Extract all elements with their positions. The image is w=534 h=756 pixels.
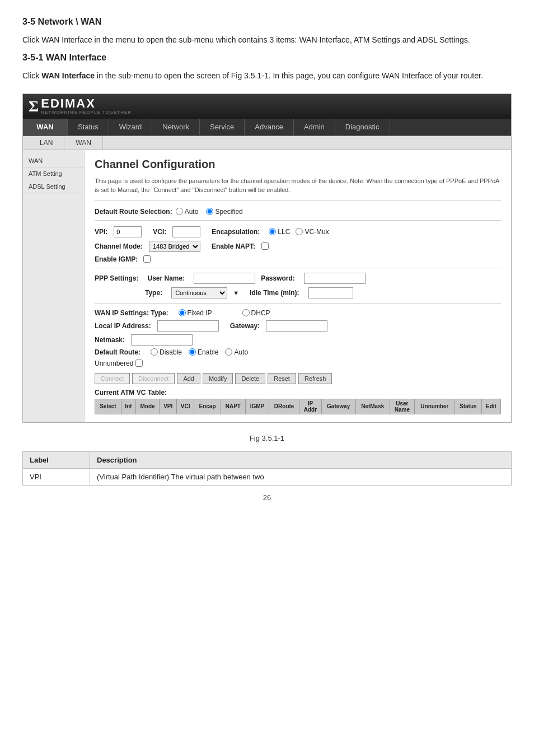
channel-mode-row: Channel Mode: 1483 Bridged Enable NAPT: bbox=[95, 241, 501, 252]
atm-table: Select Inf Mode VPI VCI Encap NAPT IGMP … bbox=[95, 399, 501, 414]
col-droute: DRoute bbox=[269, 399, 299, 414]
ppp-type-row: Type: Continuous ▼ Idle Time (min): bbox=[95, 287, 501, 298]
col-status: Status bbox=[455, 399, 481, 414]
col-vpi: VPI bbox=[160, 399, 177, 414]
auto-radio[interactable] bbox=[176, 208, 183, 215]
specified-radio[interactable] bbox=[206, 208, 213, 215]
gateway-label: Gateway: bbox=[230, 322, 260, 330]
disable-route-label[interactable]: Disable bbox=[151, 348, 182, 356]
vci-label: VCI: bbox=[153, 228, 166, 236]
gateway-input[interactable] bbox=[266, 320, 327, 332]
nav-item-diagnostic[interactable]: Diagnostic bbox=[335, 119, 390, 135]
local-ip-input[interactable] bbox=[157, 320, 219, 332]
auto-route-radio[interactable] bbox=[225, 348, 232, 356]
disable-route-radio[interactable] bbox=[151, 348, 158, 356]
sidebar-item-atm[interactable]: ATM Setting bbox=[23, 167, 84, 180]
specified-radio-label[interactable]: Specified bbox=[206, 208, 242, 216]
logo-tagline: NETWORKING PEOPLE TOGETHER bbox=[41, 110, 132, 115]
enable-igmp-row: Enable IGMP: bbox=[95, 255, 501, 263]
channel-config-title: Channel Configuration bbox=[95, 158, 501, 171]
ppp-username-row: PPP Settings: User Name: Password: bbox=[95, 273, 501, 284]
nav-item-wan[interactable]: WAN bbox=[23, 119, 68, 135]
idle-time-input[interactable] bbox=[308, 287, 353, 298]
sidebar-item-adsl[interactable]: ADSL Setting bbox=[23, 180, 84, 193]
add-button[interactable]: Add bbox=[177, 373, 200, 384]
wan-ip-type-row: WAN IP Settings: Type: Fixed IP DHCP bbox=[95, 309, 501, 317]
sidebar-item-wan[interactable]: WAN bbox=[23, 155, 84, 167]
fixed-ip-radio[interactable] bbox=[179, 309, 186, 316]
gateway-col: Gateway: bbox=[230, 320, 327, 346]
enable-route-label[interactable]: Enable bbox=[189, 348, 218, 356]
auto-route-label[interactable]: Auto bbox=[225, 348, 248, 356]
subnav-wan[interactable]: WAN bbox=[64, 136, 103, 150]
nav-item-advance[interactable]: Advance bbox=[245, 119, 294, 135]
idle-time-label: Idle Time (min): bbox=[250, 289, 299, 297]
nav-item-status[interactable]: Status bbox=[68, 119, 109, 135]
fixed-ip-label[interactable]: Fixed IP bbox=[179, 309, 212, 317]
llc-radio-label[interactable]: LLC bbox=[269, 228, 290, 236]
gateway-group: Gateway: bbox=[230, 320, 327, 332]
vcmux-radio[interactable] bbox=[296, 228, 303, 235]
encap-label: Encapsulation: bbox=[212, 228, 260, 236]
subnav-lan[interactable]: LAN bbox=[29, 136, 64, 150]
enable-igmp-text: Enable IGMP: bbox=[95, 255, 138, 263]
default-route-label2: Default Route: bbox=[95, 348, 140, 356]
enable-igmp-checkbox[interactable] bbox=[143, 255, 151, 263]
auto-radio-label[interactable]: Auto bbox=[176, 208, 199, 216]
refresh-button[interactable]: Refresh bbox=[298, 373, 332, 384]
desc-table-head: Label Description bbox=[23, 451, 512, 468]
wan-ip-type-label: WAN IP Settings: Type: bbox=[95, 309, 168, 317]
password-label: Password: bbox=[261, 274, 295, 282]
unnumbered-checkbox[interactable] bbox=[135, 360, 143, 367]
channel-mode-select[interactable]: 1483 Bridged bbox=[149, 241, 200, 252]
desc-table-header-row: Label Description bbox=[23, 451, 512, 468]
config-desc: This page is used to configure the param… bbox=[95, 176, 501, 201]
col-edit: Edit bbox=[481, 399, 500, 414]
enable-route-radio[interactable] bbox=[189, 348, 196, 356]
logo-text-block: EDIMAX NETWORKING PEOPLE TOGETHER bbox=[41, 97, 132, 115]
unnumbered-row: Unnumbered bbox=[95, 360, 501, 367]
vpi-input[interactable] bbox=[114, 226, 142, 237]
local-ip-col: Local IP Address: Netmask: bbox=[95, 320, 219, 346]
password-input[interactable] bbox=[304, 273, 366, 284]
vci-input[interactable] bbox=[172, 226, 200, 237]
col-ip-addr: IPAddr bbox=[299, 399, 321, 414]
reset-button[interactable]: Reset bbox=[268, 373, 296, 384]
atm-table-section: Current ATM VC Table: Select Inf Mode VP… bbox=[95, 389, 501, 414]
dhcp-label[interactable]: DHCP bbox=[242, 309, 270, 317]
sub-nav: LAN WAN bbox=[23, 136, 511, 150]
description-table: Label Description VPI (Virtual Path Iden… bbox=[22, 451, 512, 486]
col-igmp: IGMP bbox=[245, 399, 269, 414]
wan-ip-fields-row: Local IP Address: Netmask: Gateway: bbox=[95, 320, 501, 346]
unnumbered-label[interactable]: Unnumbered bbox=[95, 360, 143, 367]
connect-button[interactable]: Connect bbox=[95, 373, 130, 384]
desc-table-body: VPI (Virtual Path Identifier) The virtua… bbox=[23, 468, 512, 485]
enable-napt-group: Enable NAPT: bbox=[212, 242, 269, 250]
netmask-input[interactable] bbox=[131, 334, 193, 346]
content-panel: Channel Configuration This page is used … bbox=[85, 150, 511, 422]
col-unnumber: Unnumber bbox=[414, 399, 455, 414]
disconnect-button[interactable]: Disconnect bbox=[132, 373, 175, 384]
modify-button[interactable]: Modify bbox=[203, 373, 233, 384]
user-name-input[interactable] bbox=[194, 273, 255, 284]
nav-item-network[interactable]: Network bbox=[152, 119, 200, 135]
vcmux-radio-label[interactable]: VC-Mux bbox=[296, 228, 329, 236]
vpi-group: VPI: bbox=[95, 226, 142, 237]
router-ui: Σ EDIMAX NETWORKING PEOPLE TOGETHER WAN … bbox=[22, 94, 512, 423]
enable-napt-checkbox[interactable] bbox=[261, 242, 269, 250]
vpi-vci-section: VPI: VCI: Encapsulation: LLC VC-Mux bbox=[95, 220, 501, 263]
type-select[interactable]: Continuous bbox=[171, 287, 227, 298]
nav-item-service[interactable]: Service bbox=[200, 119, 245, 135]
edimax-logo: Σ EDIMAX NETWORKING PEOPLE TOGETHER bbox=[29, 97, 132, 115]
section-desc-2: Click WAN Interface in the sub-menu to o… bbox=[22, 69, 512, 82]
nav-item-wizard[interactable]: Wizard bbox=[109, 119, 152, 135]
delete-button[interactable]: Delete bbox=[235, 373, 265, 384]
enable-igmp-label[interactable]: Enable IGMP: bbox=[95, 255, 151, 263]
nav-item-admin[interactable]: Admin bbox=[294, 119, 335, 135]
vci-group: VCI: bbox=[153, 226, 200, 237]
row-label: VPI bbox=[23, 468, 90, 485]
section-desc-1: Click WAN Interface in the menu to open … bbox=[22, 34, 512, 46]
llc-radio[interactable] bbox=[269, 228, 276, 235]
vpi-vci-row: VPI: VCI: Encapsulation: LLC VC-Mux bbox=[95, 226, 501, 237]
dhcp-radio[interactable] bbox=[242, 309, 250, 316]
